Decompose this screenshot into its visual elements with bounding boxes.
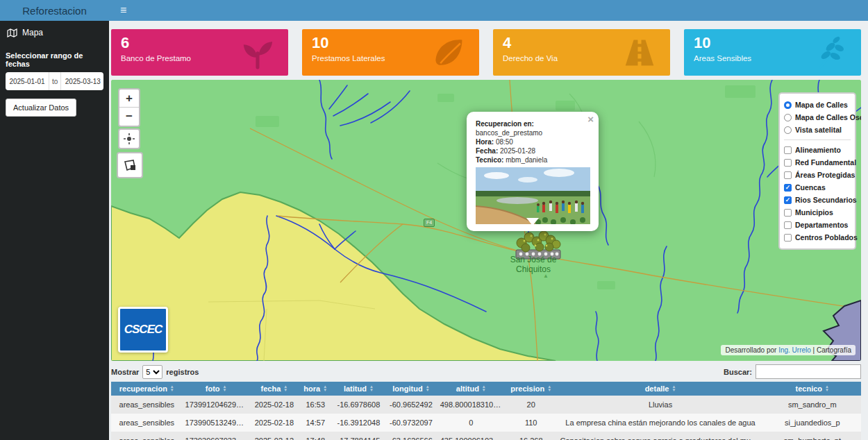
locate-icon bbox=[124, 133, 135, 144]
popup-field: Fecha: 2025-01-28 bbox=[476, 146, 590, 155]
table-cell: 2025-02-18 bbox=[250, 414, 299, 432]
table-cell: -63.1626566 bbox=[385, 432, 437, 440]
date-from-input[interactable] bbox=[6, 72, 49, 90]
layer-label: Vista satelital bbox=[795, 126, 842, 134]
table-cell: 20 bbox=[505, 396, 558, 414]
cscec-logo-text: CSCEC bbox=[124, 323, 162, 337]
table-cell: 16:53 bbox=[299, 396, 333, 414]
sort-icon: ▲▼ bbox=[323, 385, 327, 392]
date-range-heading: Seleccionar rango de fechas bbox=[0, 44, 109, 71]
base-layer-0[interactable]: Mapa de Calles bbox=[784, 99, 851, 111]
search-input[interactable] bbox=[756, 364, 861, 379]
table-row[interactable]: areas_sensibles1739912046299.jpg2025-02-… bbox=[111, 396, 861, 414]
column-header-precision[interactable]: precision▲▼ bbox=[505, 382, 558, 396]
radio-selected-icon[interactable] bbox=[784, 101, 792, 109]
table-row[interactable]: areas_sensibles1739905132496.jpg2025-02-… bbox=[111, 414, 861, 432]
card-banco-de-prestamo: 6 Banco de Prestamo bbox=[111, 29, 288, 76]
sidebar-item-mapa[interactable]: Mapa bbox=[0, 21, 109, 44]
overlay-layer-4[interactable]: ✓Rios Secundarios bbox=[784, 194, 851, 206]
table-controls: Mostrar 5 registros Buscar: bbox=[109, 361, 868, 382]
date-to-input[interactable] bbox=[61, 72, 103, 90]
radio-icon[interactable] bbox=[784, 126, 792, 134]
card-prestamos-laterales: 10 Prestamos Laterales bbox=[302, 29, 479, 76]
search-label: Buscar: bbox=[724, 368, 752, 376]
layer-label: Municipios bbox=[795, 208, 833, 217]
overlay-layer-list: AlineamientoRed FundamentalÁreas Protegi… bbox=[784, 144, 851, 244]
sort-icon: ▲▼ bbox=[482, 385, 486, 392]
sort-icon: ▲▼ bbox=[369, 385, 374, 392]
checkbox-icon[interactable] bbox=[784, 159, 792, 167]
overlay-layer-7[interactable]: Centros Poblados bbox=[784, 231, 851, 244]
column-header-foto[interactable]: foto▲▼ bbox=[183, 382, 250, 396]
table-cell: Lluvias bbox=[558, 396, 764, 414]
checkbox-icon[interactable] bbox=[784, 221, 792, 229]
overlay-layer-3[interactable]: ✓Cuencas bbox=[784, 181, 851, 194]
overlay-layer-0[interactable]: Alineamiento bbox=[784, 144, 851, 156]
map-attribution: Desarrollado por Ing. Urrelo | Cartograf… bbox=[721, 345, 856, 355]
draw-polygon-icon bbox=[123, 158, 137, 172]
column-header-hora[interactable]: hora▲▼ bbox=[299, 382, 333, 396]
popup-fields: Recuperacion en: bancos_de_prestamoHora:… bbox=[476, 119, 590, 164]
table-cell: 17:48 bbox=[299, 432, 333, 440]
zoom-in-button[interactable]: + bbox=[119, 90, 139, 108]
table-cell: 110 bbox=[505, 414, 558, 432]
checkbox-checked-icon[interactable]: ✓ bbox=[784, 196, 792, 204]
overlay-layer-5[interactable]: Municipios bbox=[784, 206, 851, 219]
table-cell: -60.9652492 bbox=[385, 396, 437, 414]
overlay-layer-1[interactable]: Red Fundamental bbox=[784, 156, 851, 169]
table-cell: areas_sensibles bbox=[111, 396, 183, 414]
column-header-latitud[interactable]: latitud▲▼ bbox=[333, 382, 385, 396]
card-derecho-de-via: 4 Derecho de Via bbox=[493, 29, 670, 76]
base-layer-1[interactable]: Mapa de Calles Oscuro bbox=[784, 111, 851, 124]
zoom-out-button[interactable]: − bbox=[119, 108, 139, 126]
radio-icon[interactable] bbox=[784, 114, 792, 121]
sort-icon: ▲▼ bbox=[825, 385, 829, 392]
column-header-recuperacion[interactable]: recuperacion▲▼ bbox=[111, 382, 183, 396]
popup-field: Hora: 08:50 bbox=[476, 137, 590, 146]
card-areas-sensibles: 10 Areas Sensibles bbox=[684, 29, 861, 76]
sort-icon: ▲▼ bbox=[426, 385, 430, 392]
column-header-altitud[interactable]: altitud▲▼ bbox=[437, 382, 505, 396]
sidebar-item-label: Mapa bbox=[22, 28, 43, 37]
table-cell: sm_humberto_pt bbox=[764, 432, 861, 440]
column-header-tecnico[interactable]: tecnico▲▼ bbox=[764, 382, 861, 396]
column-header-longitud[interactable]: longitud▲▼ bbox=[385, 382, 437, 396]
map-canvas[interactable]: + − Mapa de CallesMapa de Calles OscuroV… bbox=[111, 80, 861, 361]
table-cell: 2025-02-18 bbox=[250, 396, 299, 414]
checkbox-icon[interactable] bbox=[784, 234, 792, 242]
checkbox-icon[interactable] bbox=[784, 209, 792, 217]
popup-photo bbox=[476, 167, 590, 224]
column-header-fecha[interactable]: fecha▲▼ bbox=[250, 382, 299, 396]
base-layer-2[interactable]: Vista satelital bbox=[784, 124, 851, 136]
checkbox-checked-icon[interactable]: ✓ bbox=[784, 184, 792, 192]
overlay-layer-6[interactable]: Departamentos bbox=[784, 219, 851, 231]
leaf-icon bbox=[428, 34, 469, 71]
popup-close-icon[interactable]: × bbox=[587, 114, 594, 124]
sort-icon: ▲▼ bbox=[223, 385, 227, 392]
seedling-icon bbox=[237, 34, 278, 71]
draw-polygon-button[interactable] bbox=[117, 152, 143, 178]
date-range-separator: to bbox=[49, 72, 61, 90]
column-header-detalle[interactable]: detalle▲▼ bbox=[558, 382, 764, 396]
layer-label: Rios Secundarios bbox=[795, 196, 857, 204]
locate-button[interactable] bbox=[118, 128, 140, 149]
update-data-button[interactable]: Actualizar Datos bbox=[6, 99, 76, 117]
checkbox-icon[interactable] bbox=[784, 171, 792, 179]
table-row[interactable]: areas_sensibles1739396970338.jpg2025-02-… bbox=[111, 432, 861, 440]
page-length-select[interactable]: 5 bbox=[142, 365, 162, 379]
sort-icon: ▲▼ bbox=[547, 385, 551, 392]
topbar: Reforestacion ≡ bbox=[0, 0, 868, 21]
layers-control: Mapa de CallesMapa de Calles OscuroVista… bbox=[778, 92, 856, 250]
popup-field: Recuperacion en: bancos_de_prestamo bbox=[476, 119, 590, 137]
hamburger-menu-icon[interactable]: ≡ bbox=[120, 5, 126, 16]
checkbox-icon[interactable] bbox=[784, 146, 792, 154]
attribution-suffix: | Cartografía bbox=[813, 346, 851, 354]
layer-label: Red Fundamental bbox=[795, 158, 856, 167]
records-table: recuperacion▲▼foto▲▼fecha▲▼hora▲▼latitud… bbox=[111, 382, 861, 440]
sidebar: Mapa Seleccionar rango de fechas to Actu… bbox=[0, 21, 109, 440]
zoom-control: + − bbox=[118, 88, 140, 127]
popup-tail bbox=[526, 218, 539, 226]
overlay-layer-2[interactable]: Áreas Protegidas bbox=[784, 169, 851, 181]
popup-field: Tecnico: mbm_daniela bbox=[476, 155, 590, 164]
attribution-link[interactable]: Ing. Urrelo bbox=[778, 346, 811, 354]
